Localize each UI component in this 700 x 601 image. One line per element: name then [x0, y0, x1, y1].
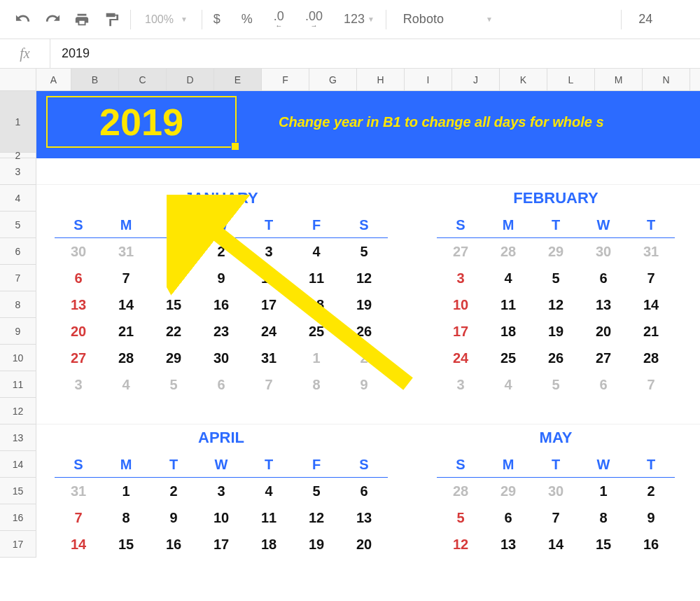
- calendar-day[interactable]: 24: [245, 318, 293, 345]
- currency-button[interactable]: $: [209, 12, 225, 27]
- zoom-dropdown[interactable]: 100% ▼: [135, 13, 197, 26]
- row-header-9[interactable]: 9: [0, 318, 36, 345]
- calendar-day[interactable]: 18: [484, 318, 532, 345]
- row-header-14[interactable]: 14: [0, 451, 36, 478]
- calendar-day[interactable]: 5: [532, 265, 580, 291]
- calendar-day[interactable]: 16: [627, 531, 675, 558]
- row-header-6[interactable]: 6: [0, 238, 36, 265]
- calendar-day[interactable]: 18: [293, 291, 340, 318]
- calendar-day[interactable]: 7: [102, 265, 150, 291]
- column-header-G[interactable]: G: [309, 69, 357, 90]
- undo-button[interactable]: [8, 0, 38, 39]
- calendar-day[interactable]: 13: [55, 291, 102, 318]
- column-header-E[interactable]: E: [214, 69, 262, 90]
- row-header-12[interactable]: 12: [0, 398, 36, 424]
- column-header-I[interactable]: I: [405, 69, 452, 90]
- calendar-day[interactable]: 5: [150, 371, 197, 398]
- calendar-day[interactable]: 6: [580, 265, 627, 291]
- calendar-day[interactable]: 7: [532, 504, 580, 531]
- calendar-day[interactable]: 6: [55, 265, 102, 291]
- select-all-corner[interactable]: [0, 69, 36, 91]
- row-header-1[interactable]: 1: [0, 91, 36, 153]
- calendar-day[interactable]: 6: [484, 504, 532, 531]
- row-header-10[interactable]: 10: [0, 345, 36, 371]
- print-button[interactable]: [67, 0, 97, 39]
- calendar-day[interactable]: 21: [627, 318, 675, 345]
- column-header-B[interactable]: B: [71, 69, 119, 90]
- calendar-day[interactable]: 5: [532, 371, 580, 398]
- calendar-day[interactable]: 2: [340, 345, 388, 371]
- calendar-day[interactable]: 2: [150, 478, 197, 504]
- calendar-day[interactable]: 28: [484, 238, 532, 265]
- column-header-J[interactable]: J: [452, 69, 500, 90]
- calendar-day[interactable]: 2: [627, 478, 675, 504]
- calendar-day[interactable]: 25: [484, 345, 532, 371]
- decrease-decimal-button[interactable]: .0←: [270, 10, 288, 29]
- calendar-day[interactable]: 31: [245, 345, 293, 371]
- calendar-day[interactable]: 11: [245, 504, 293, 531]
- calendar-day[interactable]: 8: [293, 371, 340, 398]
- calendar-day[interactable]: 10: [197, 504, 245, 531]
- calendar-day[interactable]: 8: [150, 265, 197, 291]
- calendar-day[interactable]: 25: [293, 318, 340, 345]
- calendar-day[interactable]: 14: [532, 531, 580, 558]
- calendar-day[interactable]: 17: [245, 291, 293, 318]
- row-header-15[interactable]: 15: [0, 478, 36, 504]
- row-header-4[interactable]: 4: [0, 185, 36, 212]
- calendar-day[interactable]: 4: [484, 265, 532, 291]
- calendar-day[interactable]: 22: [150, 318, 197, 345]
- calendar-day[interactable]: 26: [340, 318, 388, 345]
- calendar-day[interactable]: 1: [102, 478, 150, 504]
- calendar-day[interactable]: 11: [293, 265, 340, 291]
- calendar-day[interactable]: 17: [197, 531, 245, 558]
- calendar-day[interactable]: 23: [197, 318, 245, 345]
- calendar-day[interactable]: 1: [293, 345, 340, 371]
- calendar-day[interactable]: 20: [55, 318, 102, 345]
- row-header-5[interactable]: 5: [0, 212, 36, 238]
- calendar-day[interactable]: 19: [532, 318, 580, 345]
- calendar-day[interactable]: 30: [532, 478, 580, 504]
- calendar-day[interactable]: 21: [102, 318, 150, 345]
- sheet-body[interactable]: 2019Change year in B1 to change all days…: [36, 91, 700, 558]
- calendar-day[interactable]: 5: [437, 504, 484, 531]
- calendar-day[interactable]: 29: [484, 478, 532, 504]
- row-header-16[interactable]: 16: [0, 504, 36, 531]
- calendar-day[interactable]: 14: [102, 291, 150, 318]
- column-header-L[interactable]: L: [547, 69, 595, 90]
- row-header-17[interactable]: 17: [0, 531, 36, 558]
- column-header-C[interactable]: C: [119, 69, 167, 90]
- calendar-day[interactable]: 3: [437, 371, 484, 398]
- calendar-day[interactable]: 8: [580, 504, 627, 531]
- calendar-day[interactable]: 14: [55, 531, 102, 558]
- calendar-day[interactable]: 2: [197, 238, 245, 265]
- calendar-day[interactable]: 12: [437, 531, 484, 558]
- calendar-day[interactable]: 14: [627, 291, 675, 318]
- calendar-day[interactable]: 6: [340, 478, 388, 504]
- calendar-day[interactable]: 7: [245, 371, 293, 398]
- calendar-day[interactable]: 17: [437, 318, 484, 345]
- calendar-day[interactable]: 27: [437, 238, 484, 265]
- calendar-day[interactable]: 26: [532, 345, 580, 371]
- column-header-K[interactable]: K: [500, 69, 547, 90]
- calendar-day[interactable]: 18: [245, 531, 293, 558]
- calendar-day[interactable]: 29: [150, 345, 197, 371]
- column-header-H[interactable]: H: [357, 69, 405, 90]
- calendar-day[interactable]: 19: [293, 531, 340, 558]
- calendar-day[interactable]: 1: [580, 478, 627, 504]
- row-header-13[interactable]: 13: [0, 424, 36, 451]
- row-header-8[interactable]: 8: [0, 291, 36, 318]
- calendar-day[interactable]: 12: [532, 291, 580, 318]
- calendar-day[interactable]: 31: [55, 478, 102, 504]
- calendar-day[interactable]: 31: [102, 238, 150, 265]
- calendar-day[interactable]: 7: [55, 504, 102, 531]
- calendar-day[interactable]: 15: [580, 531, 627, 558]
- calendar-day[interactable]: 13: [484, 531, 532, 558]
- calendar-day[interactable]: 4: [245, 478, 293, 504]
- calendar-day[interactable]: 30: [580, 238, 627, 265]
- font-size-dropdown[interactable]: 24 ▼: [626, 12, 692, 27]
- paint-format-button[interactable]: [97, 0, 126, 39]
- formula-input[interactable]: 2019: [50, 46, 700, 61]
- calendar-day[interactable]: 3: [245, 238, 293, 265]
- row-header-11[interactable]: 11: [0, 371, 36, 398]
- row-header-2[interactable]: 2: [0, 153, 36, 158]
